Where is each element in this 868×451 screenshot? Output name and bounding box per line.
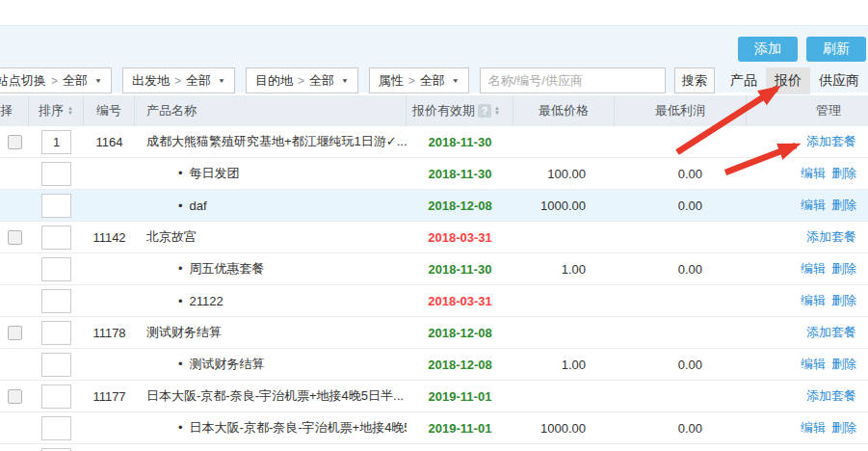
package-row: •每日发团2018-11-30100.000.00编辑删除 <box>0 158 868 190</box>
row-checkbox[interactable] <box>8 389 22 404</box>
min-price: 1000.00 <box>513 421 615 436</box>
manage-header: 管理 <box>747 95 868 126</box>
sort-icon[interactable]: ▲▼ <box>67 106 73 116</box>
min-price-header: 最低价格 <box>513 95 615 126</box>
sort-input[interactable] <box>41 130 71 154</box>
valid-date-cell: 2018-12-08 <box>407 199 513 213</box>
sort-input[interactable] <box>41 194 71 218</box>
sort-input[interactable] <box>41 448 71 451</box>
sort-header[interactable]: 排序 ▲▼ <box>29 95 84 126</box>
add-package-link[interactable]: 添加套餐 <box>806 388 856 403</box>
product-code: 11142 <box>84 230 135 245</box>
add-package-link[interactable]: 添加套餐 <box>806 229 856 244</box>
delete-link[interactable]: 删除 <box>831 293 856 307</box>
add-package-link[interactable]: 添加套餐 <box>806 325 856 339</box>
filter-separator: > <box>298 74 304 88</box>
filter-attribute[interactable]: 属性 > 全部 ▼ <box>369 67 469 93</box>
filter-departure[interactable]: 出发地 > 全部 ▼ <box>122 67 235 93</box>
sort-input[interactable] <box>41 353 71 377</box>
caret-down-icon: ▼ <box>218 77 225 84</box>
package-row: •测试财务结算2018-12-081.000.00编辑删除 <box>0 349 868 381</box>
product-name: 成都大熊猫繁殖研究基地+都江堰纯玩1日游✓... <box>135 133 407 150</box>
delete-link[interactable]: 删除 <box>831 261 856 276</box>
edit-link[interactable]: 编辑 <box>801 166 826 180</box>
sort-input[interactable] <box>41 226 71 250</box>
search-button[interactable]: 搜索 <box>674 67 715 93</box>
edit-link[interactable]: 编辑 <box>801 293 826 307</box>
tab-product[interactable]: 产品 <box>722 67 766 94</box>
caret-down-icon: ▼ <box>341 77 349 84</box>
valid-date: 2018-12-08 <box>428 326 492 340</box>
valid-date-cell: 2018-03-31 <box>407 294 513 308</box>
toolbar: 添加 刷新 <box>0 26 868 62</box>
bullet-icon: • <box>178 294 183 308</box>
sort-cell <box>29 130 84 154</box>
row-checkbox[interactable] <box>8 326 22 340</box>
package-row: •日本大阪-京都-奈良-宇治机票+地接4晚5日...2019-11-011000… <box>0 412 868 444</box>
package-name: •周五优惠套餐 <box>135 260 407 278</box>
bullet-icon: • <box>178 420 183 435</box>
edit-link[interactable]: 编辑 <box>801 357 826 371</box>
delete-link[interactable]: 删除 <box>831 166 856 180</box>
table-body: 1164成都大熊猫繁殖研究基地+都江堰纯玩1日游✓...2018-11-30添加… <box>0 126 868 451</box>
product-row: 1164成都大熊猫繁殖研究基地+都江堰纯玩1日游✓...2018-11-30添加… <box>0 126 868 158</box>
delete-link[interactable]: 删除 <box>831 420 856 435</box>
caret-down-icon: ▼ <box>94 77 102 84</box>
min-price: 1000.00 <box>513 199 615 213</box>
package-name: •daf <box>135 199 407 213</box>
name-header: 产品名称 <box>135 95 407 126</box>
sort-input[interactable] <box>41 385 71 409</box>
sort-cell <box>29 257 84 281</box>
edit-link[interactable]: 编辑 <box>801 420 826 435</box>
sort-input[interactable] <box>41 321 71 345</box>
sort-icon[interactable]: ▲▼ <box>494 106 500 116</box>
refresh-button[interactable]: 刷新 <box>806 37 866 62</box>
min-profit: 0.00 <box>615 262 747 277</box>
filter-value: 全部 <box>63 72 88 90</box>
valid-date-header[interactable]: 报价有效期 ? ▲▼ <box>407 95 513 126</box>
tab-quote[interactable]: 报价 <box>766 67 810 94</box>
tab-supplier[interactable]: 供应商 <box>810 67 868 94</box>
package-name: •每日发团 <box>135 165 407 182</box>
bullet-icon: • <box>178 357 183 371</box>
delete-link[interactable]: 删除 <box>831 198 856 212</box>
sort-cell <box>29 385 84 409</box>
sort-input[interactable] <box>41 257 71 281</box>
package-row: •daf2018-12-081000.000.00编辑删除 <box>0 190 868 222</box>
select-cell <box>0 230 29 245</box>
bullet-icon: • <box>178 199 183 213</box>
add-package-link[interactable]: 添加套餐 <box>806 134 856 148</box>
edit-link[interactable]: 编辑 <box>801 198 826 212</box>
filter-value: 全部 <box>309 72 334 90</box>
select-cell <box>0 135 29 149</box>
tab-bar: 产品 报价 供应商 <box>722 67 868 94</box>
delete-link[interactable]: 删除 <box>831 357 856 371</box>
filter-destination[interactable]: 目的地 > 全部 ▼ <box>246 67 358 93</box>
valid-date: 2018-11-30 <box>429 262 492 277</box>
filter-label: 目的地 <box>255 72 293 90</box>
select-cell <box>0 326 29 340</box>
edit-link[interactable]: 编辑 <box>801 261 826 276</box>
add-button[interactable]: 添加 <box>738 37 798 62</box>
select-header: 选择 <box>0 95 29 126</box>
sort-cell <box>29 194 84 218</box>
valid-date-cell: 2018-11-30 <box>407 135 513 149</box>
min-price: 1.00 <box>513 358 615 372</box>
valid-date-cell: 2018-11-30 <box>407 262 513 277</box>
search-input[interactable] <box>480 67 666 93</box>
product-row: 11177日本大阪-京都-奈良-宇治机票+地接4晚5日半...2019-11-0… <box>0 381 868 412</box>
filter-separator: > <box>51 74 58 88</box>
row-checkbox[interactable] <box>8 135 22 149</box>
help-icon[interactable]: ? <box>478 104 491 118</box>
valid-date-cell: 2019-11-01 <box>407 421 513 436</box>
filter-bar: 站点切换 > 全部 ▼ 出发地 > 全部 ▼ 目的地 > 全部 ▼ 属性 > 全… <box>0 67 868 93</box>
row-checkbox[interactable] <box>8 230 22 245</box>
sort-input[interactable] <box>41 416 71 440</box>
filter-site-switch[interactable]: 站点切换 > 全部 ▼ <box>0 67 112 93</box>
sort-input[interactable] <box>41 162 71 186</box>
filter-label: 站点切换 <box>0 72 46 90</box>
product-row: 11178测试财务结算2018-12-08添加套餐 <box>0 317 868 349</box>
manage-cell: 添加套餐 <box>747 324 868 341</box>
manage-cell: 编辑删除 <box>747 197 868 214</box>
sort-input[interactable] <box>41 289 71 313</box>
